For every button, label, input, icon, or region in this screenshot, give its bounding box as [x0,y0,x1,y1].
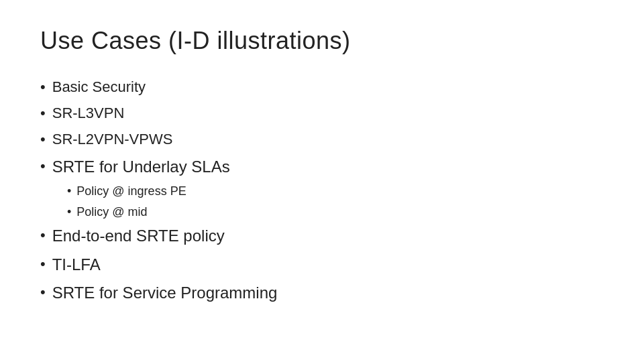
slide: Use Cases (I-D illustrations) • Basic Se… [0,0,644,362]
slide-title: Use Cases (I-D illustrations) [40,27,604,55]
bullet-text-sr-l3vpn: SR-L3VPN [52,101,125,125]
bullet-dot-7: • [40,280,46,304]
sub-bullet-text-policy-mid: Policy @ mid [76,202,147,223]
bullet-sr-l3vpn: • SR-L3VPN [40,100,604,126]
sub-bullet-policy-ingress: • Policy @ ingress PE [67,181,604,202]
bullet-end-to-end: • End-to-end SRTE policy [40,222,604,250]
sub-bullet-text-policy-ingress: Policy @ ingress PE [76,181,186,202]
bullet-ti-lfa: • TI-LFA [40,251,604,279]
sub-bullet-group: • Policy @ ingress PE • Policy @ mid [67,181,604,222]
bullet-dot-3: • [40,127,46,151]
bullet-dot-5: • [40,223,46,247]
bullet-text-ti-lfa: TI-LFA [52,252,101,278]
bullet-sr-l2vpn: • SR-L2VPN-VPWS [40,126,604,152]
bullet-srte-underlay: • SRTE for Underlay SLAs [40,153,604,181]
sub-bullet-dot-2: • [67,202,71,223]
bullet-basic-security: • Basic Security [40,74,604,100]
sub-bullet-dot-1: • [67,181,71,202]
sub-bullet-policy-mid: • Policy @ mid [67,202,604,223]
bullet-text-sr-l2vpn: SR-L2VPN-VPWS [52,127,173,151]
bullet-srte-service: • SRTE for Service Programming [40,279,604,307]
bullet-text-basic-security: Basic Security [52,75,146,99]
bullet-dot-1: • [40,75,46,99]
bullet-text-end-to-end: End-to-end SRTE policy [52,223,225,249]
bullet-dot-4: • [40,154,46,178]
bullet-text-srte-service: SRTE for Service Programming [52,280,278,306]
bullet-dot-2: • [40,101,46,125]
bullet-text-srte-underlay: SRTE for Underlay SLAs [52,154,230,180]
bullet-dot-6: • [40,252,46,276]
content-area: • Basic Security • SR-L3VPN • SR-L2VPN-V… [40,74,604,307]
